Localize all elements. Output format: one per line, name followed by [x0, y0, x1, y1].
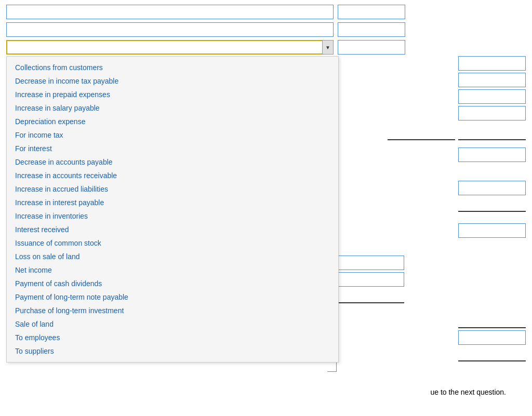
dropdown-item-4[interactable]: Depreciation expense	[7, 115, 338, 128]
right-input-3[interactable]	[458, 89, 526, 104]
input-row-2	[6, 22, 526, 37]
dropdown-item-11[interactable]: Increase in inventories	[7, 209, 338, 223]
input-row2-wide[interactable]	[6, 22, 334, 37]
dropdown-item-2[interactable]: Increase in prepaid expenses	[7, 88, 338, 101]
dropdown-wrapper: ▼	[6, 40, 334, 55]
right-input-430[interactable]	[458, 223, 526, 238]
dropdown-item-1[interactable]: Decrease in income tax payable	[7, 74, 338, 88]
mid-col-left	[388, 126, 455, 140]
right-input-2[interactable]	[458, 73, 526, 87]
right-section-mid2-input1[interactable]	[458, 181, 526, 195]
right-input-below-mid[interactable]	[458, 147, 526, 162]
dropdown-item-9[interactable]: Increase in accrued liabilities	[7, 182, 338, 196]
input-row2-narrow[interactable]	[338, 22, 405, 37]
dropdown-item-7[interactable]: Decrease in accounts payable	[7, 155, 338, 169]
dropdown-item-13[interactable]: Issuance of common stock	[7, 236, 338, 250]
dropdown-item-19[interactable]: Sale of land	[7, 317, 338, 331]
left-mid-490-3[interactable]	[337, 289, 404, 303]
dropdown-list: Collections from customers Decrease in i…	[6, 56, 339, 363]
dropdown-item-15[interactable]: Net income	[7, 263, 338, 277]
dropdown-item-5[interactable]: For income tax	[7, 128, 338, 142]
dropdown-item-10[interactable]: Increase in interest payable	[7, 196, 338, 209]
input-row1-wide[interactable]	[6, 5, 334, 19]
right-section-mid2-input2[interactable]	[458, 197, 526, 212]
dropdown-item-6[interactable]: For interest	[7, 142, 338, 155]
dropdown-item-8[interactable]: Increase in accounts receivable	[7, 169, 338, 182]
input-row3-narrow[interactable]	[338, 40, 405, 55]
dropdown-item-18[interactable]: Purchase of long-term investment	[7, 304, 338, 317]
dropdown-item-21[interactable]: To suppliers	[7, 344, 338, 358]
right-input-1[interactable]	[458, 56, 526, 71]
mid-col-right	[458, 126, 526, 140]
input-row-1	[6, 4, 526, 20]
dropdown-item-20[interactable]: To employees	[7, 331, 338, 344]
mid-left-input-1[interactable]	[388, 126, 455, 140]
dropdown-input[interactable]	[6, 40, 334, 55]
left-mid-inputs-490	[337, 256, 404, 303]
left-mid-490-2[interactable]	[337, 272, 404, 287]
bottom-right-2[interactable]	[458, 330, 526, 345]
dropdown-item-16[interactable]: Payment of cash dividends	[7, 277, 338, 290]
mid-two-col	[388, 126, 526, 140]
right-inputs-top	[458, 56, 526, 120]
mid-right-input-1[interactable]	[458, 126, 526, 140]
dropdown-item-14[interactable]: Loss on sale of land	[7, 250, 338, 263]
right-input-mid	[458, 147, 526, 162]
dropdown-item-12[interactable]: Interest received	[7, 223, 338, 236]
bottom-right-inputs	[458, 314, 526, 361]
right-input-4[interactable]	[458, 106, 526, 120]
bottom-text-label: ue to the next question.	[430, 388, 506, 396]
input-row-3: ▼	[6, 39, 526, 55]
right-section-mid2	[458, 181, 526, 212]
bottom-right-3[interactable]	[458, 347, 526, 361]
bottom-right-1[interactable]	[458, 314, 526, 328]
right-section-430	[458, 223, 526, 238]
bottom-status-text: ue to the next question.	[430, 388, 506, 396]
dropdown-item-0[interactable]: Collections from customers	[7, 61, 338, 74]
dropdown-item-17[interactable]: Payment of long-term note payable	[7, 290, 338, 304]
page-container: ▼ Collections from customers Decrease in…	[0, 0, 532, 416]
dropdown-item-3[interactable]: Increase in salary payable	[7, 101, 338, 115]
left-mid-490-1[interactable]	[337, 256, 404, 270]
input-area: ▼	[0, 0, 532, 61]
input-row1-narrow[interactable]	[338, 5, 405, 19]
